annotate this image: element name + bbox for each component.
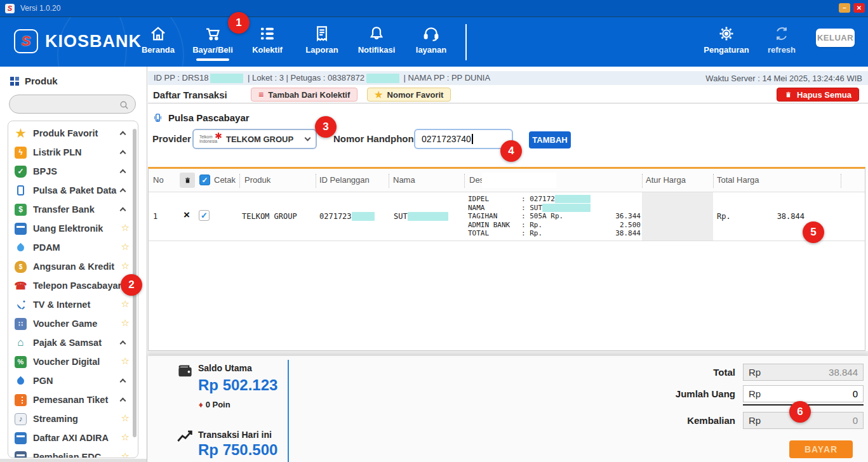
app-version: Versi 1.0.20 — [20, 4, 60, 13]
row-number: 1 — [153, 212, 157, 221]
col-id-pelanggan: ID Pelanggan — [319, 175, 370, 185]
provider-label: Provider — [152, 133, 191, 144]
col-total-harga: Total Harga — [717, 175, 759, 185]
hapus-semua-button[interactable]: Hapus Semua — [777, 88, 859, 102]
id-pp-text: ID PP : DRS18 — [154, 73, 208, 82]
close-icon[interactable]: ✕ — [853, 3, 865, 13]
provider-select[interactable]: Telkom Indonesia TELKOM GROUP — [192, 129, 317, 149]
banknote-icon: $ — [15, 204, 27, 216]
shield-icon: ✓ — [15, 166, 27, 178]
row-description: IDPEL: 027172 NAMA: SUT TAGIHAN: 505A Rp… — [468, 195, 641, 238]
card-icon — [15, 223, 27, 235]
nav-beranda[interactable]: Beranda — [131, 24, 185, 55]
nav-laporan[interactable]: Laporan — [295, 24, 349, 55]
step-badge-3: 3 — [315, 116, 337, 138]
nav-layanan[interactable]: layanan — [404, 24, 458, 55]
sidebar-item-pemesanan-tiket[interactable]: Pemesanan Tiket — [8, 390, 138, 409]
favorite-star-icon[interactable]: ☆ — [121, 241, 130, 253]
brand-name: KIOSBANK — [45, 32, 142, 51]
sidebar-item-streaming[interactable]: ♪ Streaming ☆ — [8, 409, 138, 428]
sidebar-item-pembelian-edc[interactable]: Pembelian EDC ☆ — [8, 447, 138, 458]
jumlah-uang-label: Jumlah Uang — [676, 388, 735, 399]
daftar-transaksi-title: Daftar Transaksi — [153, 89, 227, 100]
sidebar-item-voucher-game[interactable]: ∷ Voucher Game ☆ — [8, 314, 138, 333]
favorite-star-icon[interactable]: ☆ — [121, 317, 130, 329]
favorite-star-icon[interactable]: ☆ — [121, 432, 130, 443]
sidebar-item-uang-elektronik[interactable]: Uang Elektronik ☆ — [8, 219, 138, 238]
text-cursor — [472, 134, 473, 144]
lightning-icon: ϟ — [15, 147, 27, 159]
sidebar-item-pgn[interactable]: PGN — [8, 371, 138, 390]
product-search[interactable] — [9, 95, 136, 114]
sidebar-item-pulsa-paket-data[interactable]: Pulsa & Paket Data — [8, 181, 138, 200]
sidebar-item-daftar-axi-adira[interactable]: Daftar AXI ADIRA ☆ — [8, 428, 138, 447]
chevron-down-icon — [305, 135, 311, 142]
product-search-input[interactable] — [17, 96, 119, 112]
house-icon: ⌂ — [15, 337, 27, 349]
edc-terminal-icon — [15, 451, 27, 459]
window-titlebar: S Versi 1.0.20 – ✕ — [0, 0, 868, 17]
card-check-icon — [15, 432, 27, 444]
favorite-star-icon[interactable]: ☆ — [121, 355, 130, 367]
redaction-box — [555, 195, 591, 203]
gear-icon — [717, 24, 736, 43]
sidebar-item-pajak-samsat[interactable]: ⌂ Pajak & Samsat — [8, 333, 138, 352]
nomor-favorit-button[interactable]: ★ Nomor Favorit — [367, 88, 451, 102]
wallet-icon — [177, 362, 194, 382]
sidebar-item-voucher-digital[interactable]: % Voucher Digital ☆ — [8, 352, 138, 371]
col-cetak: Cetak — [214, 175, 236, 185]
nav-pengaturan[interactable]: Pengaturan — [699, 24, 754, 55]
check-icon: ✓ — [201, 211, 208, 220]
active-tab-underline — [196, 58, 229, 61]
sidebar-bottom-edge — [0, 459, 147, 462]
bayar-button[interactable]: BAYAR — [789, 440, 853, 458]
row-id-pelanggan: 0271723 — [319, 212, 375, 221]
brand: S KIOSBANK — [14, 29, 142, 53]
transaction-actionbar: Daftar Transaksi ≡ Tambah Dari Kolektif … — [148, 86, 868, 103]
phone-label: Nomor Handphone — [333, 133, 419, 144]
row-cetak-checkbox[interactable]: ✓ — [199, 210, 210, 221]
nav-refresh[interactable]: refresh — [754, 24, 809, 55]
sidebar-item-transfer-bank[interactable]: $ Transfer Bank — [8, 200, 138, 219]
favorite-star-icon[interactable]: ☆ — [121, 412, 130, 424]
step-badge-2: 2 — [121, 274, 142, 296]
favorite-star-icon[interactable]: ☆ — [121, 222, 130, 234]
nav-notifikasi[interactable]: Notifikasi — [349, 24, 404, 55]
money-bag-icon: $ — [15, 261, 27, 273]
favorite-star-icon[interactable]: ☆ — [121, 451, 130, 458]
atur-harga-cell[interactable] — [642, 192, 713, 241]
bell-icon — [367, 24, 386, 43]
sidebar-item-angsuran-kredit[interactable]: $ Angsuran & Kredit ☆ — [8, 257, 138, 276]
sidebar-item-tv-internet[interactable]: TV & Internet ☆ — [8, 295, 138, 314]
step-badge-1: 1 — [228, 12, 250, 34]
favorite-star-icon[interactable]: ☆ — [121, 260, 130, 272]
sidebar-item-telepon-pascabayar[interactable]: ☎ Telepon Pascabayar ☆ — [8, 276, 138, 295]
keluar-button[interactable]: KELUAR — [816, 29, 855, 47]
table-row: 1 × ✓ TELKOM GROUP 0271723 SUT IDPEL: 02… — [149, 192, 865, 241]
kiosbank-logo-icon: S — [14, 29, 38, 53]
select-all-checkbox[interactable]: ✓ — [199, 175, 210, 185]
phone-input[interactable]: 0271723740 — [414, 129, 513, 149]
chevron-up-icon — [120, 208, 126, 214]
sidebar-item-produk-favorit[interactable]: ★ Produk Favorit — [8, 124, 138, 143]
telkom-star-icon — [215, 132, 222, 140]
favorite-star-icon[interactable]: ☆ — [121, 298, 130, 310]
poin-row: ♦0 Poin — [199, 400, 230, 409]
redaction-box — [366, 74, 399, 83]
delete-all-rows-button[interactable] — [180, 173, 195, 188]
remove-row-icon[interactable]: × — [184, 209, 190, 221]
jumlah-uang-input[interactable]: Rp 0 — [743, 385, 864, 402]
app-logo-icon: S — [5, 4, 15, 13]
percent-card-icon: % — [15, 356, 27, 368]
tambah-dari-kolektif-button[interactable]: ≡ Tambah Dari Kolektif — [251, 88, 357, 102]
star-icon: ★ — [375, 89, 383, 100]
tambah-button[interactable]: TAMBAH — [529, 131, 571, 148]
list-icon — [258, 24, 277, 43]
chevron-up-icon — [120, 188, 126, 195]
sidebar-item-pdam[interactable]: PDAM ☆ — [8, 238, 138, 257]
sidebar-item-bpjs[interactable]: ✓ BPJS — [8, 162, 138, 181]
nav-kolektif[interactable]: Kolektif — [240, 24, 295, 55]
redaction-box — [210, 74, 243, 83]
minimize-icon[interactable]: – — [839, 3, 850, 13]
sidebar-item-listrik-pln[interactable]: ϟ Listrik PLN — [8, 143, 138, 162]
